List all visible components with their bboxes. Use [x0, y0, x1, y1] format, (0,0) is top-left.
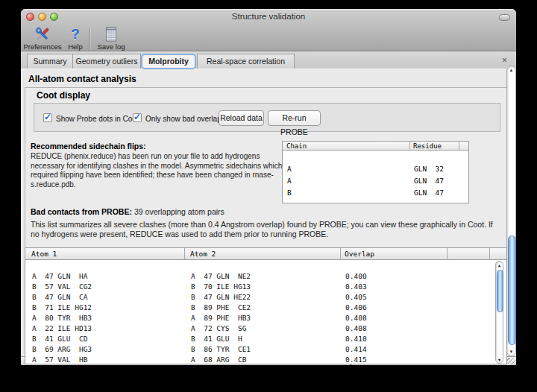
molprobity-tab-content: All-atom contact analysis Coot display ✓… [21, 69, 516, 356]
scroll-up-icon[interactable]: ▲ [507, 68, 515, 72]
table-row[interactable]: B 57 VAL CG2B 70 ILE HG130.403 [25, 271, 506, 282]
column-header-residue[interactable]: Residue [410, 142, 459, 151]
table-row[interactable]: B 69 ARG HG3B 86 TYR CE10.414 [25, 334, 506, 344]
tab-real-space-correlation[interactable]: Real-space correlation [197, 54, 295, 69]
only-bad-overlaps-label[interactable]: Only show bad overlaps [145, 115, 225, 123]
toolbar-separator [90, 28, 90, 49]
bad-contacts-count: 39 overlapping atom pairs [134, 207, 224, 216]
preferences-label: Preferences [23, 42, 62, 51]
window-title: Structure validation [21, 12, 516, 21]
table-row[interactable]: AGLN 47 [283, 163, 468, 175]
help-button[interactable]: ? Help [64, 25, 87, 51]
scroll-down-icon[interactable]: ▼ [496, 357, 503, 362]
sidechain-flips-table: Chain Residue AGLN 32 AGLN 47 [282, 141, 469, 203]
table-scrollbar-thumb[interactable] [497, 270, 503, 312]
scroll-down-icon[interactable]: ▼ [507, 350, 515, 354]
tools-icon [23, 25, 62, 42]
contacts-table-header: Atom 1 Atom 2 Overlap [25, 248, 506, 260]
check-icon: ✓ [134, 112, 141, 122]
log-sheet-icon [94, 25, 128, 42]
toolbar-collapse-button[interactable] [499, 14, 510, 21]
tab-molprobity[interactable]: Molprobity [141, 54, 196, 69]
table-row[interactable]: A 57 VAL HBA 68 ARG CB0.415 [25, 344, 506, 355]
table-scrollbar[interactable]: ▲ ▼ [495, 261, 503, 364]
column-header-chain[interactable]: Chain [283, 142, 410, 151]
tab-summary[interactable]: Summary [27, 54, 73, 69]
tab-geometry-outliers[interactable]: Geometry outliers [72, 54, 141, 69]
flips-table-rows: AGLN 32 AGLN 47 BGLN 47 [283, 151, 468, 187]
table-row[interactable]: B 47 GLN CAB 47 GLN HE220.405 [25, 282, 506, 292]
coot-display-group: ✓ Show Probe dots in Coot ✓ Only show ba… [34, 103, 500, 132]
flips-table-header: Chain Residue [283, 142, 468, 151]
help-icon: ? [64, 25, 87, 42]
bad-contacts-table: Atom 1 Atom 2 Overlap A 47 GLN HAA 47 GL… [25, 247, 507, 364]
contacts-table-rows: A 47 GLN HAA 47 GLN NE20.400 B 57 VAL CG… [25, 261, 506, 365]
table-row[interactable]: A 80 TYR HB3A 89 PHE HB30.408 [25, 303, 506, 313]
flips-description: REDUCE (phenix.reduce) has been run on y… [31, 152, 283, 189]
close-tab-icon[interactable]: × [502, 54, 507, 67]
coot-display-title: Coot display [37, 90, 90, 101]
table-row[interactable]: A 22 ILE HD13A 72 CYS SG0.408 [25, 313, 506, 323]
show-probe-dots-label[interactable]: Show Probe dots in Coot [56, 115, 139, 123]
rerun-probe-button[interactable]: Re-run PROBE [268, 110, 321, 126]
table-row[interactable]: A 52 TYR HAA 72 CYS O0.418 [25, 355, 506, 365]
tab-bar: Summary Geometry outliers Molprobity Rea… [21, 52, 516, 69]
table-row[interactable]: AGLN 32 [283, 151, 468, 163]
resize-grip[interactable] [507, 358, 515, 365]
column-header-atom1[interactable]: Atom 1 [25, 248, 185, 260]
save-log-label: Save log [94, 42, 128, 51]
column-header-blank [459, 142, 469, 151]
preferences-button[interactable]: Preferences [23, 25, 62, 51]
only-bad-overlaps-checkbox[interactable]: ✓ [133, 113, 142, 122]
table-row[interactable]: B 41 GLU CDB 41 GLU H0.410 [25, 323, 506, 334]
flips-heading: Recommended sidechain flips: [31, 142, 146, 151]
structure-validation-window: Structure validation Preferences [21, 9, 516, 365]
show-probe-dots-checkbox[interactable]: ✓ [43, 113, 52, 122]
table-row[interactable]: B 71 ILE HG12B 89 PHE CE20.406 [25, 292, 506, 303]
check-icon: ✓ [44, 112, 51, 122]
page-title: All-atom contact analysis [28, 74, 136, 84]
scroll-up-icon[interactable]: ▲ [496, 262, 503, 268]
column-header-atom2[interactable]: Atom 2 [185, 248, 341, 260]
table-row[interactable]: BGLN 47 [283, 175, 468, 187]
column-header-overlap[interactable]: Overlap [341, 248, 448, 260]
help-label: Help [64, 42, 87, 51]
table-row[interactable]: A 47 GLN HAA 47 GLN NE20.400 [25, 261, 506, 271]
page-scrollbar-thumb[interactable] [508, 235, 516, 345]
page-scrollbar[interactable]: ▲ ▼ [506, 66, 516, 356]
bad-contacts-heading: Bad contacts from PROBE: [31, 207, 132, 216]
window-header: Structure validation Preferences [21, 9, 516, 51]
column-header-blank [448, 248, 490, 260]
bad-contacts-description: This list summarizes all severe clashes … [31, 220, 503, 238]
save-log-button[interactable]: Save log [94, 25, 128, 51]
reload-data-button[interactable]: Reload data [219, 110, 264, 126]
